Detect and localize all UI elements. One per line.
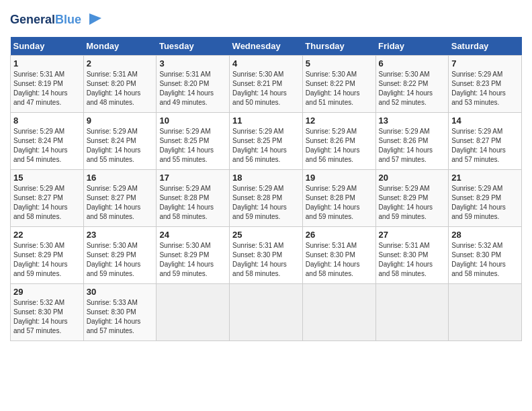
day-info: Sunrise: 5:29 AMSunset: 8:26 PMDaylight:… — [379, 127, 446, 165]
day-info: Sunrise: 5:29 AMSunset: 8:28 PMDaylight:… — [306, 184, 373, 222]
day-info: Sunrise: 5:29 AMSunset: 8:29 PMDaylight:… — [451, 184, 519, 222]
calendar-week-row: 29Sunrise: 5:32 AMSunset: 8:30 PMDayligh… — [11, 284, 522, 341]
day-info: Sunrise: 5:31 AMSunset: 8:19 PMDaylight:… — [13, 70, 81, 107]
day-info: Sunrise: 5:31 AMSunset: 8:30 PMDaylight:… — [232, 241, 300, 279]
calendar-cell: 9Sunrise: 5:29 AMSunset: 8:24 PMDaylight… — [83, 113, 157, 170]
day-number: 15 — [13, 173, 81, 183]
calendar-cell: 4Sunrise: 5:30 AMSunset: 8:21 PMDaylight… — [230, 56, 303, 113]
day-number: 13 — [379, 116, 446, 126]
calendar-cell: 7Sunrise: 5:29 AMSunset: 8:23 PMDaylight… — [449, 56, 522, 113]
day-info: Sunrise: 5:29 AMSunset: 8:29 PMDaylight:… — [379, 184, 446, 222]
calendar-cell: 30Sunrise: 5:33 AMSunset: 8:30 PMDayligh… — [83, 284, 157, 341]
calendar-cell — [449, 284, 522, 341]
day-info: Sunrise: 5:29 AMSunset: 8:25 PMDaylight:… — [159, 127, 226, 165]
day-info: Sunrise: 5:31 AMSunset: 8:30 PMDaylight:… — [306, 241, 373, 279]
calendar-cell — [157, 284, 230, 341]
calendar-cell: 12Sunrise: 5:29 AMSunset: 8:26 PMDayligh… — [302, 113, 375, 170]
calendar-cell: 10Sunrise: 5:29 AMSunset: 8:25 PMDayligh… — [157, 113, 230, 170]
day-header-wednesday: Wednesday — [230, 37, 303, 56]
day-number: 12 — [306, 116, 373, 126]
calendar-cell: 21Sunrise: 5:29 AMSunset: 8:29 PMDayligh… — [449, 170, 522, 227]
calendar-cell — [375, 284, 449, 341]
day-header-friday: Friday — [375, 37, 449, 56]
calendar-cell: 23Sunrise: 5:30 AMSunset: 8:29 PMDayligh… — [83, 227, 157, 284]
day-number: 6 — [379, 58, 446, 68]
day-number: 18 — [232, 173, 300, 183]
calendar-cell: 6Sunrise: 5:30 AMSunset: 8:22 PMDaylight… — [375, 56, 449, 113]
day-info: Sunrise: 5:31 AMSunset: 8:20 PMDaylight:… — [87, 70, 154, 107]
calendar-cell: 20Sunrise: 5:29 AMSunset: 8:29 PMDayligh… — [375, 170, 449, 227]
calendar-cell: 27Sunrise: 5:31 AMSunset: 8:30 PMDayligh… — [375, 227, 449, 284]
calendar-cell: 13Sunrise: 5:29 AMSunset: 8:26 PMDayligh… — [375, 113, 449, 170]
calendar-cell: 15Sunrise: 5:29 AMSunset: 8:27 PMDayligh… — [11, 170, 84, 227]
calendar-cell: 11Sunrise: 5:29 AMSunset: 8:25 PMDayligh… — [230, 113, 303, 170]
day-number: 4 — [232, 58, 300, 68]
day-info: Sunrise: 5:29 AMSunset: 8:27 PMDaylight:… — [13, 184, 81, 222]
day-number: 19 — [306, 173, 373, 183]
day-header-thursday: Thursday — [302, 37, 375, 56]
day-number: 16 — [87, 173, 154, 183]
calendar-cell: 2Sunrise: 5:31 AMSunset: 8:20 PMDaylight… — [83, 56, 157, 113]
calendar-cell: 3Sunrise: 5:31 AMSunset: 8:20 PMDaylight… — [157, 56, 230, 113]
day-number: 25 — [232, 230, 300, 240]
day-info: Sunrise: 5:33 AMSunset: 8:30 PMDaylight:… — [87, 298, 154, 336]
calendar-week-row: 1Sunrise: 5:31 AMSunset: 8:19 PMDaylight… — [11, 56, 522, 113]
day-header-saturday: Saturday — [449, 37, 522, 56]
day-header-sunday: Sunday — [11, 37, 84, 56]
calendar-cell: 24Sunrise: 5:30 AMSunset: 8:29 PMDayligh… — [157, 227, 230, 284]
calendar-cell: 17Sunrise: 5:29 AMSunset: 8:28 PMDayligh… — [157, 170, 230, 227]
day-number: 5 — [306, 58, 373, 68]
day-number: 17 — [159, 173, 226, 183]
day-info: Sunrise: 5:31 AMSunset: 8:20 PMDaylight:… — [159, 70, 226, 107]
day-number: 27 — [379, 230, 446, 240]
day-number: 2 — [87, 58, 154, 68]
calendar-cell: 5Sunrise: 5:30 AMSunset: 8:22 PMDaylight… — [302, 56, 375, 113]
calendar-week-row: 22Sunrise: 5:30 AMSunset: 8:29 PMDayligh… — [11, 227, 522, 284]
day-info: Sunrise: 5:29 AMSunset: 8:28 PMDaylight:… — [232, 184, 300, 222]
page-header: GeneralBlue — [10, 10, 522, 30]
day-number: 3 — [159, 58, 226, 68]
day-number: 21 — [451, 173, 519, 183]
calendar-body: 1Sunrise: 5:31 AMSunset: 8:19 PMDaylight… — [11, 56, 522, 341]
calendar-cell — [230, 284, 303, 341]
logo-text: GeneralBlue — [10, 13, 81, 27]
calendar-cell: 19Sunrise: 5:29 AMSunset: 8:28 PMDayligh… — [302, 170, 375, 227]
calendar-cell: 29Sunrise: 5:32 AMSunset: 8:30 PMDayligh… — [11, 284, 84, 341]
day-info: Sunrise: 5:30 AMSunset: 8:29 PMDaylight:… — [87, 241, 154, 279]
logo: GeneralBlue — [10, 10, 103, 30]
day-number: 1 — [13, 58, 81, 68]
logo-icon — [83, 10, 103, 30]
calendar-header-row: SundayMondayTuesdayWednesdayThursdayFrid… — [11, 37, 522, 56]
day-number: 20 — [379, 173, 446, 183]
day-number: 24 — [159, 230, 226, 240]
day-info: Sunrise: 5:29 AMSunset: 8:27 PMDaylight:… — [451, 127, 519, 165]
day-number: 8 — [13, 116, 81, 126]
calendar-cell: 1Sunrise: 5:31 AMSunset: 8:19 PMDaylight… — [11, 56, 84, 113]
day-info: Sunrise: 5:29 AMSunset: 8:26 PMDaylight:… — [306, 127, 373, 165]
day-number: 11 — [232, 116, 300, 126]
day-header-monday: Monday — [83, 37, 157, 56]
day-number: 14 — [451, 116, 519, 126]
day-number: 28 — [451, 230, 519, 240]
day-info: Sunrise: 5:29 AMSunset: 8:23 PMDaylight:… — [451, 70, 519, 107]
calendar-cell: 25Sunrise: 5:31 AMSunset: 8:30 PMDayligh… — [230, 227, 303, 284]
day-info: Sunrise: 5:30 AMSunset: 8:22 PMDaylight:… — [306, 70, 373, 107]
day-info: Sunrise: 5:30 AMSunset: 8:29 PMDaylight:… — [159, 241, 226, 279]
day-number: 10 — [159, 116, 226, 126]
day-info: Sunrise: 5:29 AMSunset: 8:28 PMDaylight:… — [159, 184, 226, 222]
calendar-cell: 16Sunrise: 5:29 AMSunset: 8:27 PMDayligh… — [83, 170, 157, 227]
day-number: 7 — [451, 58, 519, 68]
day-number: 26 — [306, 230, 373, 240]
day-info: Sunrise: 5:31 AMSunset: 8:30 PMDaylight:… — [379, 241, 446, 279]
day-info: Sunrise: 5:32 AMSunset: 8:30 PMDaylight:… — [451, 241, 519, 279]
calendar-cell: 22Sunrise: 5:30 AMSunset: 8:29 PMDayligh… — [11, 227, 84, 284]
calendar-cell: 8Sunrise: 5:29 AMSunset: 8:24 PMDaylight… — [11, 113, 84, 170]
day-number: 9 — [87, 116, 154, 126]
svg-marker-0 — [89, 13, 101, 25]
day-info: Sunrise: 5:29 AMSunset: 8:25 PMDaylight:… — [232, 127, 300, 165]
calendar-cell: 14Sunrise: 5:29 AMSunset: 8:27 PMDayligh… — [449, 113, 522, 170]
day-number: 30 — [87, 287, 154, 297]
day-number: 23 — [87, 230, 154, 240]
day-info: Sunrise: 5:29 AMSunset: 8:24 PMDaylight:… — [87, 127, 154, 165]
day-info: Sunrise: 5:29 AMSunset: 8:24 PMDaylight:… — [13, 127, 81, 165]
